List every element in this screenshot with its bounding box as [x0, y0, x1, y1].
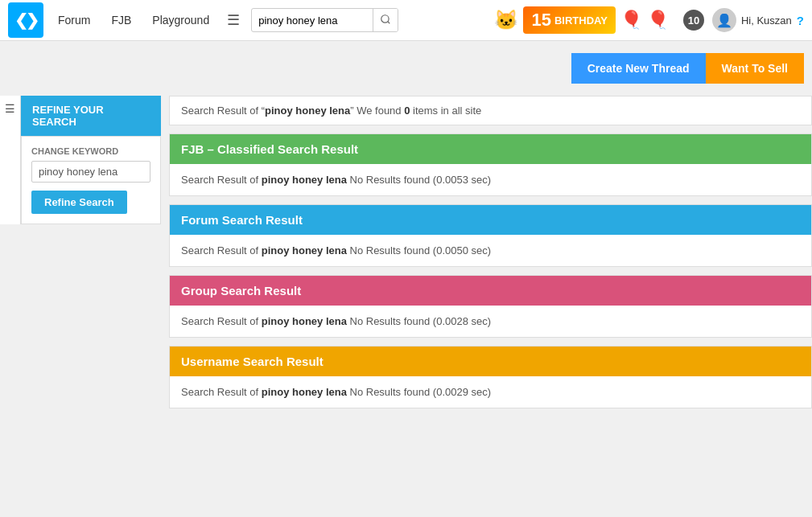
- notification-badge[interactable]: 10: [683, 10, 704, 31]
- result-section-0: FJB – Classified Search ResultSearch Res…: [169, 133, 812, 196]
- result-keyword-0: pinoy honey lena: [262, 174, 347, 186]
- result-suffix-2: No Results found (0.0028 sec): [347, 315, 491, 327]
- result-header-3: Username Search Result: [170, 347, 811, 376]
- sidebar: ☰ REFINE YOUR SEARCH CHANGE KEYWORD Refi…: [0, 96, 161, 416]
- refine-search-button[interactable]: Refine Search: [31, 191, 127, 214]
- search-icon: [380, 14, 391, 25]
- action-row: Create New Thread Want To Sell: [0, 41, 812, 96]
- search-button[interactable]: [373, 9, 398, 31]
- content-area: Search Result of “pinoy honey lena” We f…: [161, 96, 812, 416]
- search-bar: [251, 8, 398, 32]
- sidebar-toggle[interactable]: ☰: [0, 96, 21, 224]
- avatar: 👤: [712, 8, 736, 32]
- result-keyword-3: pinoy honey lena: [262, 386, 347, 398]
- summary-mid: ” We found: [350, 105, 404, 117]
- svg-point-0: [381, 14, 389, 22]
- result-header-2: Group Search Result: [170, 276, 811, 306]
- main-layout: ☰ REFINE YOUR SEARCH CHANGE KEYWORD Refi…: [0, 96, 812, 416]
- result-header-0: FJB – Classified Search Result: [170, 134, 811, 164]
- result-section-2: Group Search ResultSearch Result of pino…: [169, 275, 812, 338]
- nav-playground[interactable]: Playground: [146, 14, 216, 27]
- birthday-badge: 15 BIRTHDAY: [523, 6, 615, 34]
- keyword-input[interactable]: [31, 161, 150, 183]
- change-keyword-label: CHANGE KEYWORD: [31, 146, 150, 156]
- svg-line-1: [388, 21, 390, 23]
- summary-keyword: pinoy honey lena: [265, 105, 350, 117]
- user-area: 👤 Hi, Kuszan ?: [712, 8, 804, 32]
- result-keyword-1: pinoy honey lena: [262, 244, 347, 256]
- result-header-1: Forum Search Result: [170, 205, 811, 235]
- result-body-3: Search Result of pinoy honey lena No Res…: [170, 376, 811, 408]
- help-icon[interactable]: ?: [797, 14, 804, 27]
- summary-postfix: items in all site: [410, 105, 481, 117]
- create-thread-button[interactable]: Create New Thread: [571, 53, 706, 84]
- result-body-0: Search Result of pinoy honey lena No Res…: [170, 164, 811, 195]
- results-container: FJB – Classified Search ResultSearch Res…: [169, 133, 812, 408]
- top-navigation: ❮❯ Forum FJB Playground ☰ 🐱 15 BIRTHDAY …: [0, 0, 812, 41]
- result-prefix-3: Search Result of: [181, 386, 262, 398]
- hamburger-icon[interactable]: ☰: [224, 11, 243, 29]
- result-suffix-3: No Results found (0.0029 sec): [347, 386, 491, 398]
- user-greeting: Hi, Kuszan: [741, 14, 792, 27]
- result-section-1: Forum Search ResultSearch Result of pino…: [169, 204, 812, 267]
- nav-forum[interactable]: Forum: [52, 14, 97, 27]
- nav-fjb[interactable]: FJB: [105, 14, 138, 27]
- result-prefix-2: Search Result of: [181, 315, 262, 327]
- result-prefix-0: Search Result of: [181, 174, 262, 186]
- birthday-area: 🐱 15 BIRTHDAY 🎈 🎈: [494, 6, 668, 34]
- birthday-number: 15: [531, 10, 550, 31]
- want-to-sell-button[interactable]: Want To Sell: [706, 53, 804, 84]
- result-keyword-2: pinoy honey lena: [262, 315, 347, 327]
- logo-text: ❮❯: [14, 10, 37, 30]
- result-body-2: Search Result of pinoy honey lena No Res…: [170, 306, 811, 337]
- search-summary: Search Result of “pinoy honey lena” We f…: [169, 96, 812, 125]
- result-prefix-1: Search Result of: [181, 244, 262, 256]
- result-body-1: Search Result of pinoy honey lena No Res…: [170, 235, 811, 266]
- result-section-3: Username Search ResultSearch Result of p…: [169, 346, 812, 408]
- balloon2-icon: 🎈: [647, 10, 669, 31]
- change-keyword-section: CHANGE KEYWORD Refine Search: [21, 136, 161, 224]
- summary-prefix: Search Result of “: [181, 105, 265, 117]
- balloon-icon: 🎈: [620, 10, 642, 31]
- refine-search-header: REFINE YOUR SEARCH: [21, 96, 161, 136]
- logo[interactable]: ❮❯: [8, 2, 43, 38]
- birthday-label: BIRTHDAY: [554, 14, 608, 27]
- result-suffix-0: No Results found (0.0053 sec): [347, 174, 491, 186]
- search-input[interactable]: [252, 14, 373, 27]
- mascot-icon: 🐱: [494, 9, 518, 31]
- result-suffix-1: No Results found (0.0050 sec): [347, 244, 491, 256]
